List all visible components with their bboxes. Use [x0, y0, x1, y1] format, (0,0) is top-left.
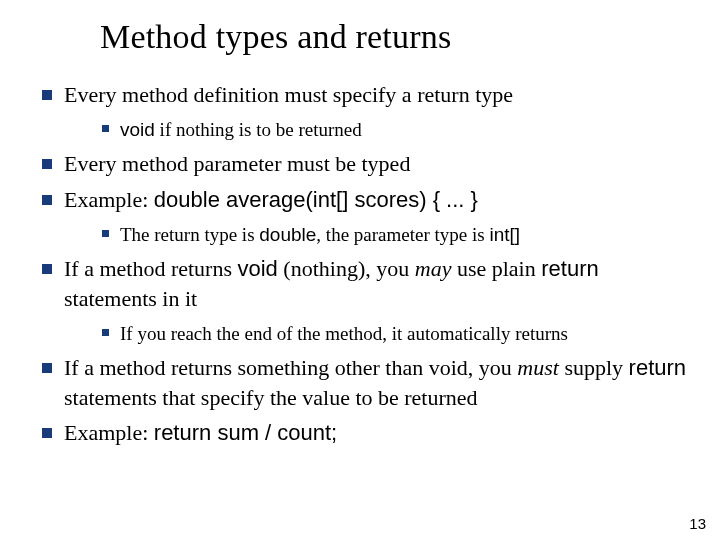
bullet-1-1: void if nothing is to be returned: [64, 116, 690, 144]
slide: Method types and returns Every method de…: [0, 0, 720, 540]
bullet-4-sublist: If you reach the end of the method, it a…: [64, 320, 690, 348]
bullet-6: Example: return sum / count;: [36, 418, 690, 448]
bullet-3-1-pre: The return type is: [120, 224, 259, 245]
bullet-4-1-text: If you reach the end of the method, it a…: [120, 323, 568, 344]
bullet-1: Every method definition must specify a r…: [36, 80, 690, 143]
bullet-2-text: Every method parameter must be typed: [64, 151, 410, 176]
bullet-4-1: If you reach the end of the method, it a…: [64, 320, 690, 348]
italic-may: may: [415, 256, 452, 281]
slide-title: Method types and returns: [100, 18, 451, 56]
code-double: double: [259, 224, 316, 245]
code-int-array: int[]: [489, 224, 520, 245]
bullet-4: If a method returns void (nothing), you …: [36, 254, 690, 347]
slide-body: Every method definition must specify a r…: [36, 80, 690, 454]
code-return-sum: return sum / count;: [154, 420, 337, 445]
code-void-2: void: [238, 256, 278, 281]
bullet-3-pre: Example:: [64, 187, 154, 212]
bullet-3-1: The return type is double, the parameter…: [64, 221, 690, 249]
bullet-4-pre: If a method returns: [64, 256, 238, 281]
page-number: 13: [689, 515, 706, 532]
code-return-2: return: [629, 355, 686, 380]
code-average-signature: double average(int[] scores) { ... }: [154, 187, 478, 212]
bullet-5-pre: If a method returns something other than…: [64, 355, 517, 380]
bullet-3-sublist: The return type is double, the parameter…: [64, 221, 690, 249]
bullet-3-1-mid: , the parameter type is: [316, 224, 489, 245]
bullet-5: If a method returns something other than…: [36, 353, 690, 412]
code-void: void: [120, 119, 155, 140]
bullet-6-pre: Example:: [64, 420, 154, 445]
bullet-5-end: statements that specify the value to be …: [64, 385, 478, 410]
bullet-list: Every method definition must specify a r…: [36, 80, 690, 448]
bullet-2: Every method parameter must be typed: [36, 149, 690, 179]
bullet-1-sublist: void if nothing is to be returned: [64, 116, 690, 144]
bullet-4-mid: (nothing), you: [278, 256, 415, 281]
bullet-5-mid: supply: [559, 355, 629, 380]
bullet-4-end: statements in it: [64, 286, 197, 311]
bullet-3: Example: double average(int[] scores) { …: [36, 185, 690, 248]
italic-must: must: [517, 355, 559, 380]
bullet-4-mid2: use plain: [451, 256, 541, 281]
code-return: return: [541, 256, 598, 281]
bullet-1-text: Every method definition must specify a r…: [64, 82, 513, 107]
bullet-1-1-rest: if nothing is to be returned: [155, 119, 362, 140]
